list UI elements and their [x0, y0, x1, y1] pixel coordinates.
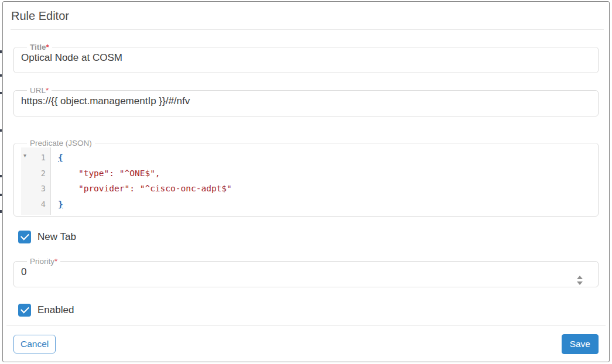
enabled-row: Enabled — [18, 304, 599, 317]
form-content: Title* URL* Predicate (JSON) ▾ 1 2 — [3, 43, 609, 317]
line-number: 3 — [21, 181, 46, 197]
background-page-sliver — [0, 210, 2, 213]
spinner-up-icon[interactable] — [577, 276, 583, 279]
line-number: 4 — [21, 197, 46, 212]
screen: Rule Editor Title* URL* Predicate (JSON)… — [0, 0, 612, 364]
required-asterisk: * — [46, 43, 49, 51]
title-label: Title* — [27, 43, 52, 51]
predicate-label: Predicate (JSON) — [27, 139, 95, 147]
number-spinner[interactable] — [577, 276, 583, 285]
predicate-field: Predicate (JSON) ▾ 1 2 3 4 { "type": — [13, 139, 599, 217]
dialog-footer: Cancel Save — [3, 326, 609, 354]
background-page-sliver — [0, 74, 2, 77]
title-field: Title* — [13, 43, 599, 73]
new-tab-row: New Tab — [18, 231, 599, 243]
background-page-sliver — [0, 92, 2, 94]
editor-gutter: ▾ 1 2 3 4 — [21, 147, 51, 215]
header-divider — [11, 29, 604, 30]
priority-label: Priority* — [27, 257, 60, 266]
save-button[interactable]: Save — [562, 334, 599, 354]
cancel-button[interactable]: Cancel — [13, 335, 56, 353]
required-asterisk: * — [54, 257, 57, 266]
rule-editor-dialog: Rule Editor Title* URL* Predicate (JSON)… — [2, 1, 610, 362]
enabled-checkbox[interactable] — [18, 304, 31, 317]
background-page-sliver — [0, 129, 2, 132]
url-label: URL* — [27, 86, 52, 95]
code-line: "provider": "^cisco-onc-adpt$" — [58, 181, 232, 197]
background-page-sliver — [0, 50, 2, 53]
code-line: } — [58, 197, 232, 212]
background-page-sliver — [0, 194, 2, 196]
line-number: 2 — [21, 166, 46, 181]
title-input[interactable] — [21, 51, 586, 70]
code-line: "type": "^ONE$", — [58, 166, 232, 181]
code-area[interactable]: { "type": "^ONE$", "provider": "^cisco-o… — [51, 147, 232, 215]
url-field: URL* — [13, 86, 599, 116]
priority-field: Priority* — [13, 257, 599, 287]
spinner-down-icon[interactable] — [577, 281, 583, 285]
fold-arrow-icon[interactable]: ▾ — [23, 153, 26, 159]
enabled-label: Enabled — [37, 304, 74, 316]
new-tab-label: New Tab — [37, 231, 76, 243]
json-code-editor[interactable]: ▾ 1 2 3 4 { "type": "^ONE$", "provider":… — [21, 147, 598, 215]
required-asterisk: * — [46, 86, 49, 95]
priority-input[interactable] — [21, 266, 586, 284]
new-tab-checkbox[interactable] — [18, 231, 31, 243]
url-input[interactable] — [21, 95, 586, 113]
dialog-title: Rule Editor — [3, 2, 609, 28]
code-line: { — [58, 150, 232, 166]
background-page-sliver — [0, 175, 2, 177]
